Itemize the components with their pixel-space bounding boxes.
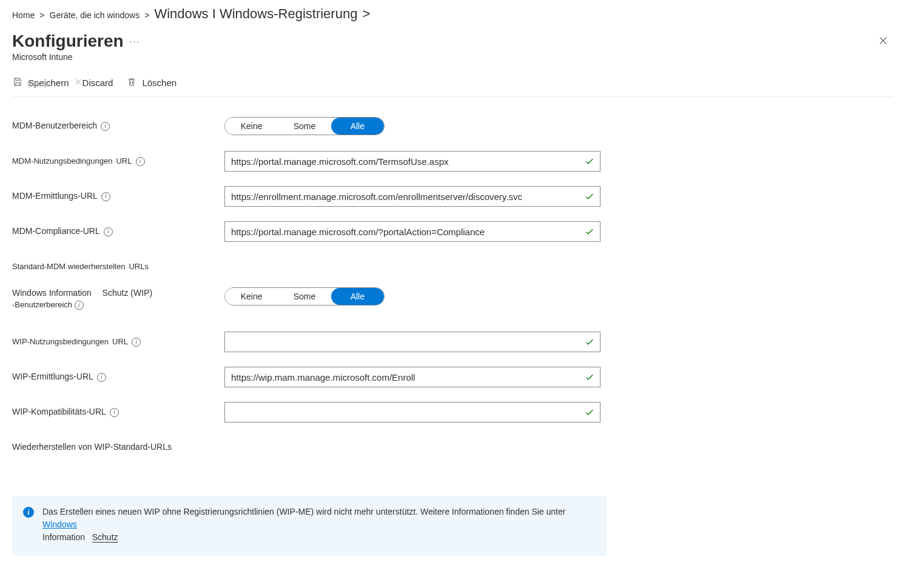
row-wip-user-scope: Windows Information Schutz (WIP) -Benutz… [12,287,893,321]
label-mdm-user-scope: MDM-Benutzerbereich [12,120,97,132]
info-icon[interactable]: i [75,301,84,310]
wip-discovery-url-input[interactable] [231,372,584,383]
close-icon [878,35,889,48]
mdm-discovery-url-field[interactable] [224,186,601,207]
more-actions-button[interactable]: ··· [130,36,141,46]
discard-icon [73,76,84,89]
info-icon[interactable]: i [101,122,110,131]
row-mdm-restore-urls: Standard-MDM wiederherstellen URLs [12,252,893,281]
breadcrumb-home[interactable]: Home [12,10,35,20]
label-wip-terms: WIP-Nutzungsbedingungen [12,336,109,347]
label-wip-discovery: WIP-Ermittlungs-URL [12,371,93,383]
breadcrumb-devices[interactable]: Geräte, die ich windows [50,10,140,20]
form-area: MDM-Benutzerbereich i Keine Some Alle MD… [12,112,893,462]
row-mdm-terms-url: MDM-Nutzungsbedingungen URL i [12,147,893,176]
check-icon [584,156,595,167]
trash-icon [126,76,137,89]
mdm-compliance-url-input[interactable] [231,227,584,237]
wip-scope-toggle[interactable]: Keine Some Alle [224,287,385,306]
wip-compliance-url-field[interactable] [224,402,601,423]
wip-terms-url-field[interactable] [224,332,601,352]
info-icon[interactable]: i [104,227,113,236]
mdm-compliance-url-field[interactable] [224,221,601,242]
discard-button[interactable]: Discard [82,78,113,88]
wip-discovery-url-field[interactable] [224,367,601,387]
save-icon [12,76,23,89]
mdm-terms-url-input[interactable] [231,156,584,167]
mdm-discovery-url-input[interactable] [231,192,584,202]
wip-terms-url-input[interactable] [231,337,584,347]
row-mdm-compliance-url: MDM-Compliance-URL i [12,217,893,246]
label-mdm-discovery: MDM-Ermittlungs-URL [12,190,98,202]
label-mdm-terms-sub: URL [116,156,132,167]
label-mdm-restore-sub: URLs [129,261,149,272]
label-wip-terms-sub: URL [112,336,128,347]
info-icon[interactable]: i [136,157,145,166]
row-mdm-user-scope: MDM-Benutzerbereich i Keine Some Alle [12,112,893,141]
check-icon [584,226,595,237]
toolbar: Speichern Save Discard Löschen [12,76,893,97]
wip-scope-none[interactable]: Keine [225,288,278,305]
info-banner-icon: i [23,507,34,518]
row-mdm-discovery-url: MDM-Ermittlungs-URL i [12,182,893,211]
label-wip-scope-l1: Windows Information [12,288,92,298]
mdm-scope-none[interactable]: Keine [225,118,278,135]
info-banner-text: Das Erstellen eines neuen WIP ohne Regis… [42,506,596,544]
label-wip-compliance: WIP-Kompatibilitäts-URL [12,406,106,418]
breadcrumb-sep: > [39,10,44,20]
delete-button[interactable]: Löschen [126,76,177,89]
row-wip-terms-url: WIP-Nutzungsbedingungen URL i [12,327,893,356]
wip-compliance-url-input[interactable] [231,407,584,418]
label-wip-scope-l2: Schutz (WIP) [103,288,152,298]
mdm-terms-url-field[interactable] [224,151,601,172]
info-icon[interactable]: i [110,408,119,417]
label-mdm-compliance: MDM-Compliance-URL [12,226,100,238]
mdm-scope-some[interactable]: Some [278,118,331,135]
info-banner: i Das Erstellen eines neuen WIP ohne Reg… [12,496,607,556]
check-icon [584,407,595,418]
label-wip-restore[interactable]: Wiederherstellen von WIP-Standard-URLs [12,441,172,453]
wip-scope-all[interactable]: Alle [331,288,384,305]
page-subtitle: Microsoft Intune [12,52,140,62]
check-icon [584,191,595,202]
close-button[interactable] [873,32,893,51]
page-header: Konfigurieren ··· Microsoft Intune [12,32,893,62]
check-icon [584,372,595,383]
save-label: Speichern [28,78,69,88]
label-wip-scope-l3: -Benutzerbereich [12,300,72,309]
label-mdm-restore[interactable]: Standard-MDM wiederherstellen [12,261,125,272]
mdm-scope-all[interactable]: Alle [331,118,384,135]
info-banner-link[interactable]: Windows [42,520,77,529]
row-wip-restore-urls: Wiederherstellen von WIP-Standard-URLs [12,433,893,462]
info-icon[interactable]: i [132,338,141,347]
check-icon [584,336,595,347]
row-wip-compliance-url: WIP-Kompatibilitäts-URL i [12,398,893,427]
breadcrumb: Home > Geräte, die ich windows > Windows… [12,6,893,22]
wip-scope-some[interactable]: Some [278,288,331,305]
row-wip-discovery-url: WIP-Ermittlungs-URL i [12,362,893,392]
mdm-scope-toggle[interactable]: Keine Some Alle [224,117,385,135]
breadcrumb-sep: > [144,10,149,20]
delete-label: Löschen [142,78,177,88]
page-title: Konfigurieren [12,32,124,51]
breadcrumb-windows-enrollment[interactable]: Windows I Windows-Registrierung [154,6,357,22]
save-button[interactable]: Speichern Save [12,76,69,89]
label-mdm-terms: MDM-Nutzungsbedingungen [12,156,112,167]
discard-label: Discard [82,78,113,88]
info-icon[interactable]: i [101,192,110,201]
info-icon[interactable]: i [97,373,106,382]
breadcrumb-sep: > [362,6,370,22]
